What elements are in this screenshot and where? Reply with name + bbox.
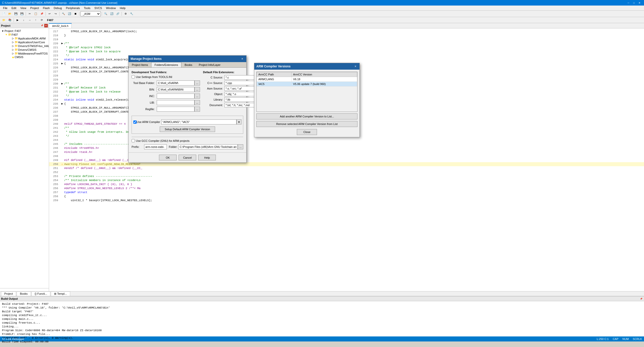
arm-compiler-section: Use ARM Compiler ▼ Setup Default ARM Com… bbox=[132, 116, 243, 134]
gcc-prefix-label: Prefix: bbox=[132, 145, 144, 148]
remove-arm-compiler-btn[interactable]: Remove selected ARM Compiler Version fro… bbox=[256, 121, 357, 127]
tool-base-folder-input[interactable] bbox=[157, 80, 194, 85]
tool-base-browse-btn[interactable]: ... bbox=[194, 80, 200, 85]
arm-dropdown-btn[interactable]: ▼ bbox=[236, 119, 242, 124]
arm-versions-table: ArmCC Path ArmCC Version ARMCLANG V6.18 … bbox=[257, 72, 357, 86]
dialog-arm-title-bar: ARM Compiler Versions × bbox=[254, 63, 359, 70]
dialog-help-btn[interactable]: Help bbox=[198, 155, 216, 160]
dialog-tab-project-info[interactable]: Project Info/Layer bbox=[195, 62, 224, 67]
arm-compiler-input[interactable] bbox=[161, 119, 236, 124]
dialog-manage-body: Development Tool Folders: Use Settings f… bbox=[129, 68, 246, 152]
modal-overlay: Manage Project Items × Project Items Fol… bbox=[0, 0, 644, 347]
c-source-row: C Source: bbox=[203, 75, 262, 80]
bin-input[interactable] bbox=[157, 87, 194, 92]
asm-source-row: Asm Source: bbox=[203, 86, 262, 91]
gcc-browse-btn[interactable]: ... bbox=[238, 144, 243, 149]
use-settings-checkbox[interactable] bbox=[132, 75, 135, 78]
cpp-source-row: C++ Source: bbox=[203, 81, 262, 85]
dialog-cancel-btn[interactable]: Cancel bbox=[179, 155, 196, 160]
bin-label: BIN: bbox=[132, 88, 157, 91]
document-row: Document: bbox=[203, 103, 262, 107]
regfile-row: Regfile: ... bbox=[132, 107, 200, 112]
gcc-section: Use GCC Compiler (GNU) for ARM projects … bbox=[132, 137, 243, 149]
regfile-browse-btn[interactable]: ... bbox=[194, 107, 200, 112]
use-gcc-label: Use GCC Compiler (GNU) for ARM projects bbox=[136, 139, 189, 142]
arm-table-row-armclang[interactable]: ARMCLANG V6.18 bbox=[257, 77, 357, 82]
dev-tools-section: Development Tool Folders: Use Settings f… bbox=[132, 71, 200, 113]
dev-tools-title: Development Tool Folders: bbox=[132, 71, 200, 74]
dialog-manage-footer: OK Cancel Help bbox=[129, 152, 246, 162]
gcc-folder-label: Folder: bbox=[169, 145, 178, 148]
gcc-prefix-row: Prefix: Folder: ... bbox=[132, 144, 243, 149]
tool-base-folder-label: Tool Base Folder: bbox=[132, 81, 157, 84]
lib-label: LIB: bbox=[132, 101, 157, 104]
dialog-manage-project: Manage Project Items × Project Items Fol… bbox=[128, 55, 247, 163]
regfile-input[interactable] bbox=[157, 107, 194, 112]
dialog-arm-close-btn[interactable]: Close bbox=[297, 129, 317, 135]
arm-table-cell-ac5-version: V5.06 update 7 (build 960) bbox=[291, 82, 357, 86]
dialog-tab-project-items[interactable]: Project Items bbox=[129, 62, 151, 67]
inc-label: INC: bbox=[132, 95, 157, 98]
lib-browse-btn[interactable]: ... bbox=[194, 100, 200, 105]
c-source-label: C Source: bbox=[203, 76, 224, 79]
library-row: Library: bbox=[203, 97, 262, 102]
setup-default-arm-btn[interactable]: Setup Default ARM Compiler Version bbox=[160, 126, 215, 132]
arm-table-row-ac5[interactable]: \AC5 V5.06 update 7 (build 960) bbox=[257, 82, 357, 86]
use-gcc-row: Use GCC Compiler (GNU) for ARM projects bbox=[132, 139, 243, 142]
gcc-folder-input[interactable] bbox=[178, 144, 238, 149]
bin-browse-btn[interactable]: ... bbox=[194, 87, 200, 92]
object-label: Object: bbox=[203, 93, 224, 96]
dialog-sections: Development Tool Folders: Use Settings f… bbox=[132, 71, 243, 113]
arm-table-container: ArmCC Path ArmCC Version ARMCLANG V6.18 … bbox=[256, 72, 357, 112]
dialog-arm-close-x-btn[interactable]: × bbox=[353, 64, 357, 68]
arm-table-header-path: ArmCC Path bbox=[257, 72, 292, 77]
gcc-prefix-input[interactable] bbox=[144, 144, 167, 149]
inc-browse-btn[interactable]: ... bbox=[194, 94, 200, 99]
object-row: Object: bbox=[203, 92, 262, 96]
use-settings-label: Use Settings from TOOLS.INI bbox=[136, 75, 172, 78]
use-arm-label: Use ARM Compiler bbox=[137, 120, 160, 123]
lib-input[interactable] bbox=[157, 100, 194, 105]
bin-row: BIN: ... bbox=[132, 87, 200, 92]
inc-input[interactable] bbox=[157, 94, 194, 99]
document-label: Document: bbox=[203, 104, 224, 107]
default-ext-section: Default File Extensions: C Source: C++ S… bbox=[203, 71, 262, 113]
use-arm-checkbox[interactable] bbox=[133, 120, 137, 124]
dialog-tab-books[interactable]: Books bbox=[181, 62, 196, 67]
arm-table-header-version: ArmCC Version bbox=[291, 72, 357, 77]
dialog-arm-title: ARM Compiler Versions bbox=[256, 65, 291, 68]
arm-table-cell-armclang-path: ARMCLANG bbox=[257, 77, 292, 82]
dialog-manage-tabs: Project Items Folders/Extensions Books P… bbox=[129, 62, 246, 68]
dialog-arm-compiler: ARM Compiler Versions × ArmCC Path ArmCC… bbox=[254, 63, 360, 137]
use-arm-row: Use ARM Compiler ▼ bbox=[133, 119, 242, 124]
arm-table-cell-ac5-path: \AC5 bbox=[257, 82, 292, 86]
asm-source-label: Asm Source: bbox=[203, 87, 224, 90]
use-settings-row: Use Settings from TOOLS.INI bbox=[132, 75, 200, 78]
arm-table-cell-armclang-version: V6.18 bbox=[291, 77, 357, 82]
cpp-source-label: C++ Source: bbox=[203, 81, 224, 84]
dialog-tab-folders-ext[interactable]: Folders/Extensions bbox=[151, 62, 181, 67]
add-arm-compiler-btn[interactable]: Add another ARM Compiler Version to List… bbox=[256, 113, 357, 119]
dialog-manage-title: Manage Project Items bbox=[131, 57, 162, 61]
dialog-ok-btn[interactable]: OK bbox=[159, 155, 177, 160]
default-ext-title: Default File Extensions: bbox=[203, 71, 262, 74]
tool-base-folder-row: Tool Base Folder: ... bbox=[132, 80, 200, 85]
regfile-label: Regfile: bbox=[132, 108, 157, 111]
lib-row: LIB: ... bbox=[132, 100, 200, 105]
dialog-manage-title-bar: Manage Project Items × bbox=[129, 56, 246, 62]
use-gcc-checkbox[interactable] bbox=[132, 139, 135, 142]
inc-row: INC: ... bbox=[132, 94, 200, 99]
dialog-arm-body: ArmCC Path ArmCC Version ARMCLANG V6.18 … bbox=[254, 70, 359, 137]
library-label: Library: bbox=[203, 98, 224, 101]
dialog-manage-close-btn[interactable]: × bbox=[240, 57, 244, 61]
